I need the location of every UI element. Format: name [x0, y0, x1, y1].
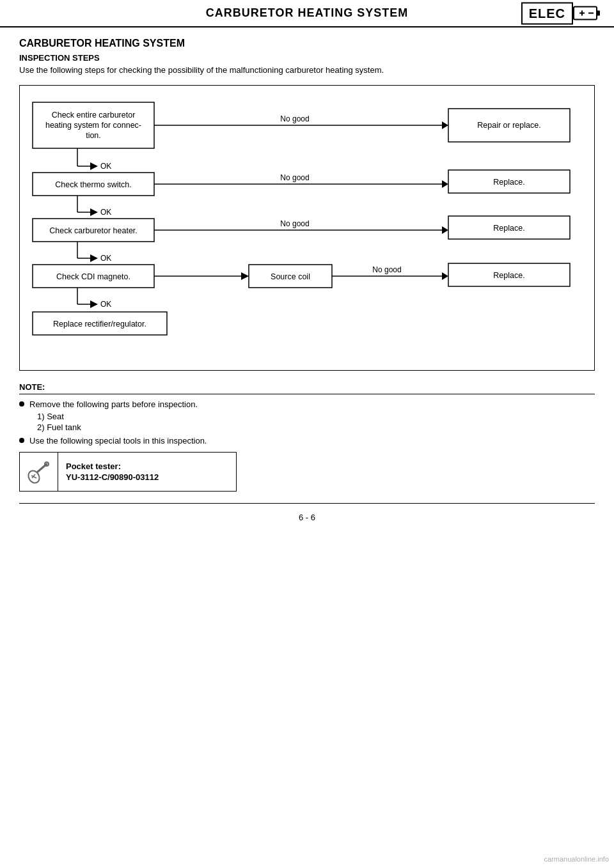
- page: CARBURETOR HEATING SYSTEM ELEC CARBURETO…: [0, 0, 614, 868]
- tester-icon: [26, 459, 52, 484]
- svg-text:No good: No good: [280, 114, 309, 123]
- svg-marker-10: [442, 121, 448, 129]
- main-content: CARBURETOR HEATING SYSTEM INSPECTION STE…: [0, 27, 614, 535]
- tool-name: Pocket tester:: [66, 461, 159, 471]
- svg-text:Source coil: Source coil: [271, 272, 310, 281]
- svg-text:tion.: tion.: [86, 131, 101, 140]
- note-subitem-2: 2) Fuel tank: [37, 422, 595, 432]
- header-title: CARBURETOR HEATING SYSTEM: [206, 6, 408, 20]
- note-sublist-1: 1) Seat 2) Fuel tank: [37, 412, 595, 432]
- note-section: NOTE: Remove the following parts before …: [19, 382, 595, 492]
- svg-text:No good: No good: [372, 265, 401, 274]
- note-subitem-1: 1) Seat: [37, 412, 595, 421]
- subsection-title: INSPECTION STEPS: [19, 53, 595, 63]
- svg-marker-43: [241, 272, 249, 280]
- tool-code: YU-3112-C/90890-03112: [66, 472, 159, 482]
- bullet-icon: [19, 401, 24, 407]
- note-item-2: Use the following special tools in this …: [19, 436, 595, 446]
- page-header: CARBURETOR HEATING SYSTEM ELEC: [0, 0, 614, 27]
- svg-text:Replace.: Replace.: [493, 224, 524, 233]
- flowchart-svg: Check entire carburetor heating system f…: [26, 96, 595, 358]
- bullet-icon-2: [19, 438, 24, 443]
- svg-marker-53: [90, 300, 98, 308]
- svg-text:Replace.: Replace.: [493, 178, 524, 187]
- svg-marker-27: [90, 208, 98, 216]
- svg-text:OK: OK: [100, 208, 111, 217]
- elec-label: ELEC: [521, 2, 573, 24]
- tool-box: Pocket tester: YU-3112-C/90890-03112: [19, 452, 237, 492]
- note-title: NOTE:: [19, 382, 595, 394]
- svg-text:OK: OK: [100, 300, 111, 309]
- tool-icon: [20, 453, 58, 491]
- svg-rect-1: [597, 11, 600, 16]
- svg-text:OK: OK: [100, 162, 111, 171]
- note-item-2-text: Use the following special tools in this …: [29, 436, 207, 446]
- svg-marker-47: [442, 272, 448, 280]
- svg-text:No good: No good: [280, 173, 309, 182]
- flowchart: Check entire carburetor heating system f…: [19, 85, 595, 371]
- page-number: 6 - 6: [19, 513, 595, 522]
- svg-text:Repair or replace.: Repair or replace.: [477, 121, 540, 130]
- svg-text:No good: No good: [280, 219, 309, 228]
- section-title: CARBURETOR HEATING SYSTEM: [19, 38, 595, 49]
- bottom-divider: [19, 503, 595, 504]
- tool-text: Pocket tester: YU-3112-C/90890-03112: [58, 456, 166, 487]
- svg-text:heating system for connec-: heating system for connec-: [45, 121, 141, 130]
- svg-text:Check carburetor heater.: Check carburetor heater.: [49, 226, 138, 235]
- elec-badge: ELEC: [521, 2, 601, 24]
- battery-icon: [573, 5, 601, 22]
- svg-text:Check CDI magneto.: Check CDI magneto.: [56, 272, 130, 281]
- svg-text:Replace rectifier/regulator.: Replace rectifier/regulator.: [53, 320, 146, 329]
- svg-marker-38: [90, 254, 98, 262]
- note-item-1-text: Remove the following parts before inspec…: [29, 399, 198, 409]
- note-item-1: Remove the following parts before inspec…: [19, 399, 595, 409]
- svg-marker-21: [442, 180, 448, 188]
- svg-text:Check entire carburetor: Check entire carburetor: [52, 111, 136, 120]
- svg-text:OK: OK: [100, 254, 111, 263]
- svg-marker-16: [90, 162, 98, 170]
- svg-text:Check thermo switch.: Check thermo switch.: [55, 180, 131, 189]
- watermark: carmanualonline.info: [544, 855, 609, 863]
- intro-text: Use the following steps for checking the…: [19, 65, 595, 75]
- svg-text:Replace.: Replace.: [493, 271, 524, 280]
- svg-marker-32: [442, 226, 448, 234]
